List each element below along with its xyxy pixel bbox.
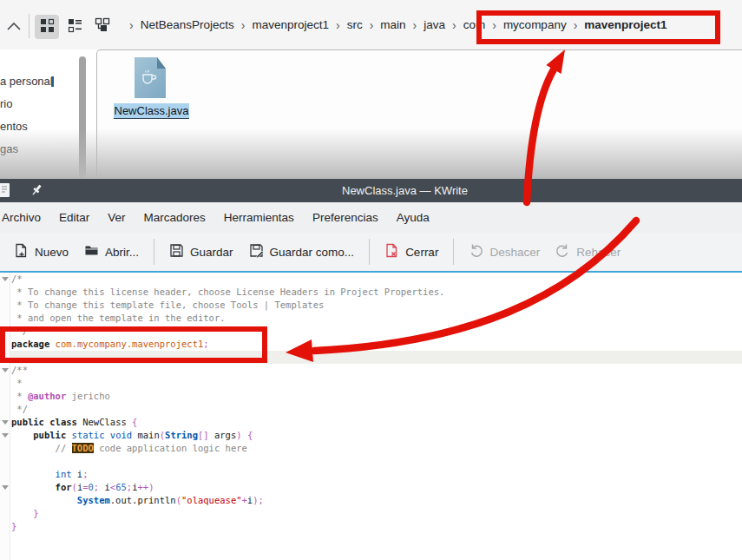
menu-item-archivo[interactable]: Archivo xyxy=(2,211,41,224)
menu-item-ayuda[interactable]: Ayuda xyxy=(397,211,430,224)
code-token-sym: ++ xyxy=(137,482,148,492)
close-document-button[interactable]: Cerrar xyxy=(377,243,446,260)
code-line[interactable]: */ xyxy=(11,403,444,416)
code-token-cm: // xyxy=(56,443,72,453)
open-folder-icon xyxy=(84,243,99,260)
places-panel-item[interactable]: a personal xyxy=(0,75,53,88)
breadcrumb-separator: › xyxy=(241,18,246,32)
coffee-cup-icon xyxy=(141,69,159,89)
code-line[interactable] xyxy=(11,455,444,468)
breadcrumb-item[interactable]: NetBeansProjects xyxy=(141,18,234,31)
menu-item-marcadores[interactable]: Marcadores xyxy=(144,211,206,224)
window-title: NewClass.java — KWrite xyxy=(342,184,468,197)
fold-marker-icon[interactable] xyxy=(2,368,9,372)
code-line[interactable]: /** xyxy=(11,364,444,377)
up-chevron-icon[interactable] xyxy=(4,17,23,36)
code-token-pl: .out.println xyxy=(110,495,176,505)
code-token-pl xyxy=(11,482,56,492)
code-token-cm: /** xyxy=(11,365,28,375)
code-token-pl: NewClass xyxy=(77,417,132,427)
code-line[interactable]: /* xyxy=(11,273,444,286)
code-token-kw: class xyxy=(49,417,77,427)
code-token-tyb: String xyxy=(165,430,198,440)
code-token-pl xyxy=(11,508,33,518)
code-token-sym: [] xyxy=(198,430,209,440)
breadcrumb-item[interactable]: main xyxy=(380,18,405,31)
undo-button[interactable]: Deshacer xyxy=(461,243,548,260)
code-line[interactable]: } xyxy=(11,507,444,520)
save-as-button[interactable]: Guardar como... xyxy=(241,243,363,260)
file-manager-body: a personalrioentosgas NewClass.java xyxy=(0,49,742,179)
package-line-highlight-box xyxy=(0,326,267,363)
code-token-ty: int xyxy=(56,469,72,479)
fold-marker-icon[interactable] xyxy=(2,485,9,490)
fold-marker-icon[interactable] xyxy=(2,277,9,281)
toolbar-separator xyxy=(369,239,370,265)
menu-item-editar[interactable]: Editar xyxy=(59,211,89,224)
code-line[interactable]: * @author jericho xyxy=(11,390,444,403)
tree-view-button[interactable] xyxy=(90,15,115,39)
open-folder-button[interactable]: Abrir... xyxy=(76,243,147,260)
toolbar-button-label: Guardar como... xyxy=(270,246,355,259)
menu-item-preferencias[interactable]: Preferencias xyxy=(312,211,378,224)
toolbar-button-label: Guardar xyxy=(190,246,233,259)
code-line[interactable]: * To change this license header, choose … xyxy=(11,286,444,299)
code-token-cm: * To change this license header, choose … xyxy=(11,287,444,297)
code-token-cm: /* xyxy=(11,273,23,284)
icons-view-button[interactable] xyxy=(35,15,59,39)
breadcrumb-item[interactable]: java xyxy=(424,18,445,31)
code-token-sym: ; xyxy=(259,495,264,505)
compact-view-button[interactable] xyxy=(62,15,87,39)
pin-icon[interactable] xyxy=(30,183,43,201)
kwrite-titlebar[interactable]: NewClass.java — KWrite xyxy=(0,179,742,202)
menu-item-ver[interactable]: Ver xyxy=(108,211,125,224)
code-token-sym: } xyxy=(33,508,38,518)
new-document-icon xyxy=(14,243,29,260)
tree-view-icon xyxy=(95,17,110,36)
file-fold-corner xyxy=(157,57,166,69)
code-line[interactable]: } xyxy=(11,520,444,533)
code-token-cm: jericho xyxy=(66,391,110,401)
code-token-pl: i xyxy=(72,469,83,479)
code-line[interactable]: public static void main(String[] args) { xyxy=(11,429,444,442)
code-token-cm: * and open the template in the editor. xyxy=(11,313,226,323)
desktop-screenshot: ›NetBeansProjects›mavenproject1›src›main… xyxy=(0,0,742,560)
code-line[interactable]: * To change this template file, choose T… xyxy=(11,299,444,312)
code-line[interactable]: for(i=0; i<65;i++) xyxy=(11,481,444,494)
new-document-button[interactable]: Nuevo xyxy=(6,243,76,260)
breadcrumb-item[interactable]: src xyxy=(347,18,363,31)
code-token-kw: for xyxy=(56,482,72,492)
kwrite-menubar: ArchivoEditarVerMarcadoresHerramientasPr… xyxy=(0,202,742,233)
code-line[interactable]: * and open the template in the editor. xyxy=(11,312,444,325)
breadcrumb-item[interactable]: mavenproject1 xyxy=(252,18,329,31)
file-name-label[interactable]: NewClass.java xyxy=(114,103,189,119)
code-token-sym: } xyxy=(11,521,16,531)
code-editor[interactable]: /* * To change this license header, choo… xyxy=(0,273,742,560)
code-line[interactable]: // TODO code application logic here xyxy=(11,442,444,455)
icons-view-icon xyxy=(40,18,55,36)
menu-item-herramientas[interactable]: Herramientas xyxy=(224,211,294,224)
code-line[interactable]: System.out.println("olaquease"+i); xyxy=(11,494,444,507)
code-token-cm: * xyxy=(11,391,28,401)
code-token-tyb: System xyxy=(77,495,110,505)
fold-marker-icon[interactable] xyxy=(2,433,9,438)
code-token-cm: code application logic here xyxy=(94,443,247,453)
code-token-num: 65 xyxy=(115,482,127,492)
code-token-cm: */ xyxy=(11,404,28,414)
save-button[interactable]: Guardar xyxy=(161,243,241,260)
fold-marker-border[interactable] xyxy=(0,273,10,560)
save-icon xyxy=(169,243,184,260)
code-text[interactable]: /* * To change this license header, choo… xyxy=(11,273,444,533)
java-file-icon[interactable] xyxy=(135,57,166,98)
redo-button[interactable]: Rehacer xyxy=(548,243,628,260)
fold-marker-icon[interactable] xyxy=(2,420,9,425)
toolbar-button-label: Abrir... xyxy=(105,246,139,259)
code-line[interactable]: int i; xyxy=(11,468,444,481)
code-line[interactable]: public class NewClass { xyxy=(11,416,444,429)
save-as-icon xyxy=(249,243,264,260)
toolbar-separator xyxy=(29,14,30,38)
code-line[interactable]: * xyxy=(11,377,444,390)
places-panel-item[interactable]: rio xyxy=(0,97,12,110)
code-token-kw: public xyxy=(11,417,44,427)
code-token-pl: main xyxy=(132,430,160,440)
